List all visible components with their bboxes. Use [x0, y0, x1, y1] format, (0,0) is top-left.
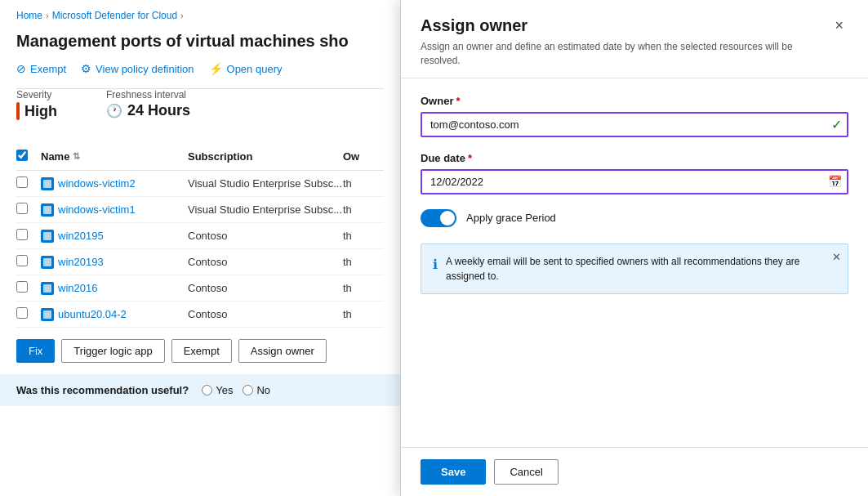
- severity-bar: [16, 102, 20, 120]
- row-subscription: Contoso: [188, 256, 343, 268]
- row-checkbox-wrapper[interactable]: [16, 307, 41, 321]
- row-owner: th: [343, 230, 384, 242]
- table-row: win20195 Contoso th: [16, 223, 384, 249]
- action-bar: Fix Trigger logic app Exempt Assign owne…: [0, 328, 400, 374]
- due-date-required: *: [468, 152, 472, 164]
- table-row: win20193 Contoso th: [16, 249, 384, 275]
- trigger-logic-app-button[interactable]: Trigger logic app: [61, 339, 164, 363]
- row-name-text[interactable]: windows-victim1: [58, 203, 136, 216]
- modal-title: Assign owner: [421, 16, 812, 35]
- breadcrumb-sep-1: ›: [46, 11, 49, 20]
- table-row: windows-victim1 Visual Studio Enterprise…: [16, 197, 384, 223]
- due-date-input-wrapper: 📅: [421, 169, 848, 194]
- row-name[interactable]: win20195: [41, 230, 188, 243]
- owner-input-wrapper: ✓: [421, 112, 848, 137]
- row-name-text[interactable]: windows-victim2: [58, 177, 136, 190]
- feedback-yes[interactable]: Yes: [202, 384, 233, 396]
- cancel-button[interactable]: Cancel: [494, 459, 558, 485]
- due-date-form-group: Due date * 📅: [421, 152, 848, 194]
- grace-period-toggle[interactable]: [421, 209, 456, 227]
- grace-period-toggle-row: Apply grace Period: [421, 209, 848, 227]
- owner-column-header: Ow: [343, 150, 384, 163]
- feedback-options: Yes No: [202, 384, 270, 396]
- save-button[interactable]: Save: [421, 459, 486, 485]
- row-checkbox-wrapper[interactable]: [16, 281, 41, 295]
- exempt-label: Exempt: [30, 63, 66, 75]
- meta-row: Severity High Freshness interval 🕐 24 Ho…: [0, 89, 400, 133]
- feedback-question: Was this recommendation useful?: [16, 384, 189, 396]
- row-checkbox[interactable]: [16, 281, 28, 293]
- row-checkbox[interactable]: [16, 177, 28, 188]
- freshness-item: Freshness interval 🕐 24 Hours: [106, 89, 190, 119]
- exempt-toolbar-button[interactable]: ⊘ Exempt: [16, 62, 66, 75]
- owner-form-group: Owner * ✓: [421, 95, 848, 137]
- grace-period-label: Apply grace Period: [466, 212, 556, 224]
- table-body: windows-victim2 Visual Studio Enterprise…: [16, 171, 384, 328]
- row-checkbox-wrapper[interactable]: [16, 203, 41, 217]
- name-column-header: Name ⇅: [41, 150, 188, 163]
- owner-input[interactable]: [421, 112, 848, 137]
- toggle-thumb: [440, 211, 455, 226]
- row-name-text[interactable]: win20193: [58, 256, 104, 268]
- owner-required: *: [456, 95, 460, 107]
- sort-icon[interactable]: ⇅: [73, 151, 80, 162]
- row-checkbox[interactable]: [16, 255, 28, 266]
- modal-footer: Save Cancel: [401, 447, 868, 496]
- freshness-label: Freshness interval: [106, 89, 190, 101]
- row-owner: th: [343, 203, 384, 216]
- row-checkbox-wrapper[interactable]: [16, 229, 41, 243]
- view-policy-label: View policy definition: [96, 63, 194, 75]
- row-checkbox[interactable]: [16, 229, 28, 240]
- breadcrumb-defender[interactable]: Microsoft Defender for Cloud: [52, 10, 177, 21]
- feedback-no-radio[interactable]: [243, 385, 253, 395]
- open-query-button[interactable]: ⚡ Open query: [209, 62, 283, 75]
- owner-check-icon: ✓: [831, 117, 842, 132]
- row-name[interactable]: windows-victim2: [41, 177, 188, 190]
- exempt-action-button[interactable]: Exempt: [171, 339, 232, 363]
- clock-icon: 🕐: [106, 103, 122, 118]
- header-checkbox-wrapper[interactable]: [16, 150, 41, 163]
- due-date-input[interactable]: [421, 169, 848, 194]
- breadcrumb-home[interactable]: Home: [16, 10, 42, 21]
- fix-button[interactable]: Fix: [16, 339, 55, 363]
- modal-close-button[interactable]: ×: [830, 16, 848, 34]
- modal-title-group: Assign owner Assign an owner and define …: [421, 16, 812, 68]
- row-owner: th: [343, 256, 384, 268]
- assign-owner-button[interactable]: Assign owner: [238, 339, 327, 363]
- row-name[interactable]: ubuntu20.04-2: [41, 308, 188, 321]
- row-checkbox-wrapper[interactable]: [16, 177, 41, 190]
- feedback-yes-radio[interactable]: [202, 385, 212, 395]
- row-name-text[interactable]: win2016: [58, 282, 97, 294]
- row-checkbox-wrapper[interactable]: [16, 255, 41, 269]
- page-title: Management ports of virtual machines sho: [0, 28, 400, 62]
- row-name[interactable]: win2016: [41, 282, 188, 295]
- info-box: ℹ A weekly email will be sent to specifi…: [421, 244, 848, 294]
- calendar-icon[interactable]: 📅: [828, 175, 842, 188]
- row-subscription: Contoso: [188, 282, 343, 294]
- feedback-bar: Was this recommendation useful? Yes No: [0, 374, 400, 406]
- row-checkbox[interactable]: [16, 307, 28, 319]
- modal-body: Owner * ✓ Due date * 📅: [401, 78, 868, 447]
- row-name[interactable]: win20193: [41, 256, 188, 269]
- feedback-no[interactable]: No: [243, 384, 270, 396]
- row-name-text[interactable]: ubuntu20.04-2: [58, 308, 127, 320]
- owner-label: Owner *: [421, 95, 848, 107]
- feedback-no-label: No: [256, 384, 270, 396]
- severity-item: Severity High: [16, 89, 57, 120]
- info-close-button[interactable]: ✕: [832, 251, 841, 263]
- row-name-text[interactable]: win20195: [58, 230, 104, 242]
- table-row: windows-victim2 Visual Studio Enterprise…: [16, 171, 384, 197]
- vm-icon: [41, 230, 54, 243]
- severity-value: High: [16, 102, 57, 120]
- view-policy-button[interactable]: ⚙ View policy definition: [81, 62, 194, 75]
- vm-icon: [41, 203, 54, 217]
- modal-header: Assign owner Assign an owner and define …: [401, 0, 868, 78]
- vm-icon: [41, 308, 54, 321]
- policy-icon: ⚙: [81, 62, 91, 75]
- row-checkbox[interactable]: [16, 203, 28, 214]
- select-all-checkbox[interactable]: [16, 150, 28, 161]
- name-header-label: Name: [41, 150, 69, 163]
- breadcrumb-sep-2: ›: [180, 11, 184, 20]
- row-name[interactable]: windows-victim1: [41, 203, 188, 217]
- modal-subtitle: Assign an owner and define an estimated …: [421, 40, 812, 68]
